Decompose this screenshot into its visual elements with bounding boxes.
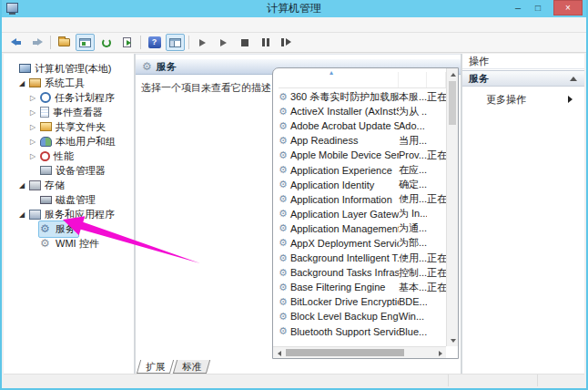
service-row[interactable]: ActiveX Installer (AxInstSV) 为从 ... <box>279 104 446 118</box>
service-row[interactable]: 360 杀毒实时防护加载服务 本服... 正在... <box>279 89 446 104</box>
tree-expander-icon[interactable] <box>27 94 38 102</box>
service-name-cell: Application Layer Gatewa... <box>279 208 399 220</box>
service-row[interactable]: Apple Mobile Device Ser... Prov... 正在... <box>279 148 446 162</box>
tree-item-label: 事件查看器 <box>53 106 103 119</box>
service-description: 为通... <box>399 221 427 235</box>
tree-item-label: 设备管理器 <box>56 164 106 178</box>
view-tab[interactable]: 标准 <box>173 360 210 374</box>
service-row[interactable]: Adobe Acrobat Update S... Ado... <box>279 118 446 133</box>
tree-item[interactable]: 服务和应用程序 <box>4 207 134 221</box>
tree-expander-icon[interactable] <box>27 138 38 146</box>
minimize-button[interactable]: – <box>508 1 528 15</box>
vertical-scrollbar-thumb[interactable] <box>449 81 456 125</box>
service-gear-icon <box>279 325 288 337</box>
scroll-right-icon[interactable] <box>434 347 446 359</box>
column-header[interactable] <box>427 72 446 87</box>
show-console-window-button[interactable] <box>76 34 95 51</box>
service-gear-icon <box>279 311 288 323</box>
service-row[interactable]: App Readiness 当用... <box>279 133 446 148</box>
service-row[interactable]: Application Information 使用... 正在... <box>279 192 446 207</box>
resume-icon <box>281 38 291 46</box>
service-name-cell: Base Filtering Engine <box>279 282 399 293</box>
view-tab[interactable]: 扩展 <box>137 360 174 374</box>
refresh-button[interactable] <box>96 34 116 51</box>
services-panel: 服务 选择一个项目来查看它的描述。 360 杀毒实时防护加载服务 本服... 正… <box>136 54 461 374</box>
tree-expander-icon[interactable] <box>16 181 27 190</box>
service-description: Win... <box>399 311 427 322</box>
tree-item-icon <box>40 92 51 103</box>
tree-expander-icon[interactable] <box>16 210 27 219</box>
service-name: Application Identity <box>290 180 374 190</box>
maximize-button[interactable]: □ <box>528 1 548 15</box>
stop-service-button[interactable] <box>235 34 254 51</box>
service-description: Prov... <box>399 149 427 160</box>
service-gear-icon <box>279 149 288 161</box>
actions-section-services[interactable]: 服务 <box>462 70 584 87</box>
tree-item-selection[interactable]: WMI 控件 <box>38 235 103 252</box>
service-gear-icon <box>279 106 288 118</box>
export-list-button[interactable] <box>117 34 137 51</box>
service-row[interactable]: Base Filtering Engine 基本... 正在... <box>279 280 446 294</box>
up-one-level-button[interactable] <box>55 34 74 51</box>
tree-item-label: 磁盘管理 <box>56 193 96 207</box>
service-row[interactable]: Application Management 为通... <box>279 221 446 236</box>
gear-icon <box>142 60 152 73</box>
horizontal-scrollbar[interactable] <box>273 346 446 358</box>
menu-bar <box>2 17 586 33</box>
service-row[interactable]: Bluetooth Support Service Blue... <box>279 324 446 339</box>
service-row[interactable]: BitLocker Drive Encryptio... BDE... <box>279 294 446 309</box>
back-icon <box>11 38 22 46</box>
close-button[interactable]: × <box>553 0 583 15</box>
window-controls: – □ × <box>508 0 583 15</box>
service-rows: 360 杀毒实时防护加载服务 本服... 正在... ActiveX Insta… <box>279 89 446 346</box>
submenu-arrow-icon <box>568 96 576 103</box>
start-service-alt-button[interactable] <box>214 34 233 51</box>
tree-expander-icon[interactable] <box>27 152 38 160</box>
export-list-icon <box>123 37 131 47</box>
tree-expander-icon[interactable] <box>27 108 38 117</box>
service-gear-icon <box>279 120 288 132</box>
console-tree-icon <box>169 38 181 47</box>
help-button[interactable]: ? <box>145 34 164 51</box>
service-row[interactable]: Background Tasks Infras... 控制... 正在... <box>279 265 446 280</box>
scroll-up-icon[interactable] <box>447 68 459 80</box>
horizontal-scrollbar-thumb[interactable] <box>286 349 404 356</box>
service-row[interactable]: AppX Deployment Servic... 为部... <box>279 236 446 251</box>
more-actions-item[interactable]: 更多操作 <box>462 90 584 108</box>
service-name-cell: Block Level Backup Engi... <box>279 311 399 323</box>
forward-button[interactable] <box>27 34 46 51</box>
service-name: AppX Deployment Servic... <box>290 238 399 249</box>
actions-panel: 操作 服务 更多操作 <box>461 54 584 374</box>
back-button[interactable] <box>6 34 25 51</box>
service-gear-icon <box>279 135 288 147</box>
start-service-button[interactable] <box>193 34 212 51</box>
pause-service-button[interactable] <box>256 34 275 51</box>
collapse-icon[interactable] <box>570 73 577 81</box>
tree-item-icon <box>40 223 52 234</box>
tree-expander-icon[interactable] <box>16 79 27 87</box>
toolbar-separator <box>140 36 141 49</box>
tree-item[interactable]: WMI 控件 <box>4 236 134 251</box>
tree-item-icon <box>29 78 41 87</box>
show-hide-console-tree-button[interactable] <box>166 34 185 51</box>
service-name-cell: Application Management <box>279 222 399 234</box>
tree-item-icon <box>40 196 52 204</box>
service-name-cell: Application Experience <box>279 164 399 176</box>
service-name-cell: Background Tasks Infras... <box>279 267 399 279</box>
vertical-scrollbar[interactable] <box>446 68 458 346</box>
service-row[interactable]: Application Identity 确定... <box>279 178 446 192</box>
service-row[interactable]: Application Experience 在应... <box>279 162 446 177</box>
tree-expander-icon[interactable] <box>27 123 38 131</box>
service-row[interactable]: Background Intelligent T... 使用... 正在... <box>279 251 446 265</box>
service-description: Blue... <box>399 326 427 337</box>
status-bar-divider <box>448 375 449 386</box>
column-header[interactable] <box>399 72 427 87</box>
scroll-left-icon[interactable] <box>273 347 285 359</box>
service-row[interactable]: Block Level Backup Engi... Win... <box>279 309 446 323</box>
tree-item-icon <box>40 122 52 131</box>
restart-service-button[interactable] <box>277 34 296 51</box>
service-row[interactable]: Application Layer Gatewa... 为 In... <box>279 207 446 221</box>
tree-item[interactable]: 设备管理器 <box>4 163 134 178</box>
column-header[interactable] <box>279 72 399 87</box>
scroll-down-icon[interactable] <box>447 334 459 346</box>
